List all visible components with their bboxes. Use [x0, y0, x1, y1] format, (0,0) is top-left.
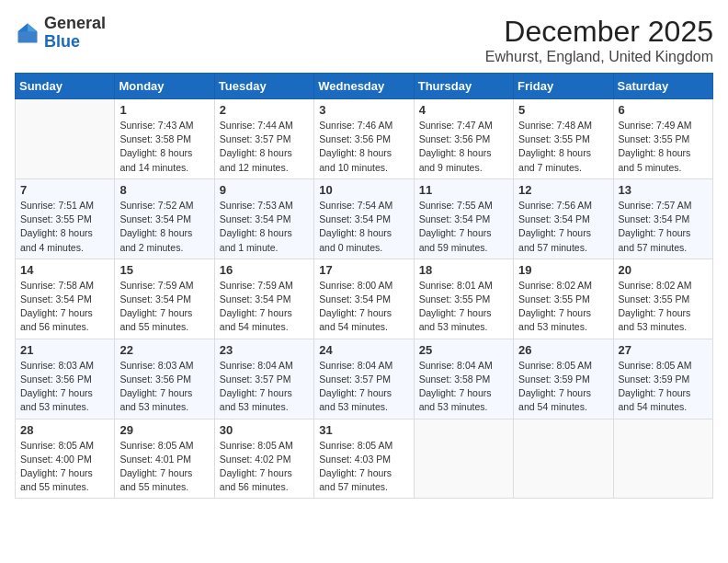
calendar-week-row: 1Sunrise: 7:43 AMSunset: 3:58 PMDaylight…: [16, 99, 713, 179]
svg-marker-2: [18, 23, 28, 31]
day-info: Sunrise: 7:43 AMSunset: 3:58 PMDaylight:…: [119, 119, 209, 175]
day-of-week-header: Friday: [514, 74, 613, 99]
logo-text: General Blue: [44, 15, 106, 52]
daylight: Daylight: 7 hours and 55 minutes.: [119, 467, 192, 492]
day-info: Sunrise: 7:49 AMSunset: 3:55 PMDaylight:…: [619, 119, 708, 175]
day-of-week-header: Saturday: [613, 74, 712, 99]
day-info: Sunrise: 8:01 AMSunset: 3:55 PMDaylight:…: [419, 279, 508, 335]
daylight: Daylight: 7 hours and 53 minutes.: [319, 387, 392, 412]
day-info: Sunrise: 7:54 AMSunset: 3:54 PMDaylight:…: [319, 199, 408, 255]
daylight: Daylight: 7 hours and 53 minutes.: [119, 387, 192, 412]
sunrise: Sunrise: 8:02 AM: [619, 280, 692, 291]
sunrise: Sunrise: 7:59 AM: [119, 280, 193, 291]
day-info: Sunrise: 7:51 AMSunset: 3:55 PMDaylight:…: [20, 199, 109, 255]
day-number: 27: [619, 343, 708, 357]
calendar-cell: 1Sunrise: 7:43 AMSunset: 3:58 PMDaylight…: [115, 99, 214, 179]
sunrise: Sunrise: 7:48 AM: [518, 120, 592, 131]
calendar-cell: 9Sunrise: 7:53 AMSunset: 3:54 PMDaylight…: [214, 178, 313, 259]
calendar-cell: 21Sunrise: 8:03 AMSunset: 3:56 PMDayligh…: [16, 339, 115, 419]
day-of-week-header: Tuesday: [214, 74, 313, 99]
sunrise: Sunrise: 7:58 AM: [20, 280, 94, 291]
logo-general: General: [44, 14, 106, 32]
sunset: Sunset: 3:55 PM: [518, 293, 590, 304]
sunset: Sunset: 3:55 PM: [619, 133, 690, 144]
calendar-cell: [16, 99, 115, 179]
location: Ewhurst, England, United Kingdom: [485, 49, 713, 65]
sunset: Sunset: 3:54 PM: [220, 293, 291, 304]
daylight: Daylight: 7 hours and 54 minutes.: [518, 387, 591, 412]
day-of-week-header: Wednesday: [314, 74, 414, 99]
sunset: Sunset: 3:54 PM: [20, 293, 92, 304]
daylight: Daylight: 8 hours and 14 minutes.: [119, 147, 192, 172]
daylight: Daylight: 7 hours and 59 minutes.: [419, 227, 492, 252]
day-info: Sunrise: 8:03 AMSunset: 3:56 PMDaylight:…: [20, 359, 109, 415]
sunset: Sunset: 3:56 PM: [20, 373, 92, 385]
sunrise: Sunrise: 7:53 AM: [220, 200, 293, 211]
sunset: Sunset: 3:54 PM: [518, 213, 590, 224]
day-info: Sunrise: 7:52 AMSunset: 3:54 PMDaylight:…: [119, 199, 209, 255]
day-info: Sunrise: 7:57 AMSunset: 3:54 PMDaylight:…: [619, 199, 708, 255]
day-number: 23: [220, 343, 309, 357]
day-info: Sunrise: 7:46 AMSunset: 3:56 PMDaylight:…: [319, 119, 408, 175]
daylight: Daylight: 8 hours and 12 minutes.: [220, 147, 292, 172]
sunset: Sunset: 3:54 PM: [619, 213, 690, 224]
daylight: Daylight: 7 hours and 53 minutes.: [518, 307, 591, 332]
calendar-cell: 17Sunrise: 8:00 AMSunset: 3:54 PMDayligh…: [314, 259, 414, 339]
calendar-cell: 5Sunrise: 7:48 AMSunset: 3:55 PMDaylight…: [514, 99, 613, 179]
calendar-cell: [414, 419, 513, 499]
calendar-cell: 10Sunrise: 7:54 AMSunset: 3:54 PMDayligh…: [314, 178, 414, 259]
calendar-cell: [613, 419, 712, 499]
sunrise: Sunrise: 7:51 AM: [20, 200, 94, 211]
daylight: Daylight: 8 hours and 10 minutes.: [319, 147, 392, 172]
sunrise: Sunrise: 8:04 AM: [319, 360, 392, 371]
daylight: Daylight: 7 hours and 55 minutes.: [20, 467, 93, 492]
logo-blue: Blue: [44, 32, 80, 51]
daylight: Daylight: 7 hours and 54 minutes.: [220, 307, 292, 332]
day-number: 7: [20, 183, 109, 197]
sunrise: Sunrise: 8:03 AM: [20, 360, 94, 371]
day-info: Sunrise: 7:55 AMSunset: 3:54 PMDaylight:…: [419, 199, 508, 255]
day-number: 15: [119, 263, 209, 277]
day-number: 3: [319, 103, 408, 117]
daylight: Daylight: 7 hours and 53 minutes.: [619, 307, 691, 332]
sunset: Sunset: 3:55 PM: [419, 293, 491, 304]
day-number: 8: [119, 183, 209, 197]
daylight: Daylight: 8 hours and 4 minutes.: [20, 227, 93, 252]
day-info: Sunrise: 7:48 AMSunset: 3:55 PMDaylight:…: [518, 119, 608, 175]
sunset: Sunset: 3:56 PM: [319, 133, 391, 144]
sunset: Sunset: 3:54 PM: [419, 213, 491, 224]
day-number: 14: [20, 263, 109, 277]
calendar-cell: 3Sunrise: 7:46 AMSunset: 3:56 PMDaylight…: [314, 99, 414, 179]
daylight: Daylight: 7 hours and 53 minutes.: [20, 387, 93, 412]
sunset: Sunset: 4:03 PM: [319, 454, 391, 465]
daylight: Daylight: 8 hours and 7 minutes.: [518, 147, 591, 172]
daylight: Daylight: 7 hours and 57 minutes.: [518, 227, 591, 252]
day-number: 11: [419, 183, 508, 197]
day-number: 12: [518, 183, 608, 197]
sunset: Sunset: 4:00 PM: [20, 454, 92, 465]
calendar-cell: 7Sunrise: 7:51 AMSunset: 3:55 PMDaylight…: [16, 178, 115, 259]
day-info: Sunrise: 7:59 AMSunset: 3:54 PMDaylight:…: [119, 279, 209, 335]
day-info: Sunrise: 8:00 AMSunset: 3:54 PMDaylight:…: [319, 279, 408, 335]
sunrise: Sunrise: 8:05 AM: [20, 440, 94, 451]
calendar-cell: 6Sunrise: 7:49 AMSunset: 3:55 PMDaylight…: [613, 99, 712, 179]
sunrise: Sunrise: 7:47 AM: [419, 120, 493, 131]
sunset: Sunset: 3:58 PM: [119, 133, 191, 144]
day-info: Sunrise: 8:04 AMSunset: 3:57 PMDaylight:…: [220, 359, 309, 415]
day-number: 28: [20, 423, 109, 437]
day-number: 17: [319, 263, 408, 277]
day-info: Sunrise: 8:02 AMSunset: 3:55 PMDaylight:…: [518, 279, 608, 335]
day-number: 25: [419, 343, 508, 357]
sunrise: Sunrise: 7:44 AM: [220, 120, 293, 131]
day-number: 16: [220, 263, 309, 277]
sunrise: Sunrise: 8:05 AM: [619, 360, 692, 371]
day-number: 4: [419, 103, 508, 117]
day-number: 2: [220, 103, 309, 117]
day-number: 26: [518, 343, 608, 357]
sunrise: Sunrise: 7:49 AM: [619, 120, 692, 131]
logo-icon: [15, 20, 40, 46]
sunset: Sunset: 4:02 PM: [220, 454, 291, 465]
sunrise: Sunrise: 8:02 AM: [518, 280, 592, 291]
day-number: 30: [220, 423, 309, 437]
calendar-table: SundayMondayTuesdayWednesdayThursdayFrid…: [15, 73, 713, 499]
